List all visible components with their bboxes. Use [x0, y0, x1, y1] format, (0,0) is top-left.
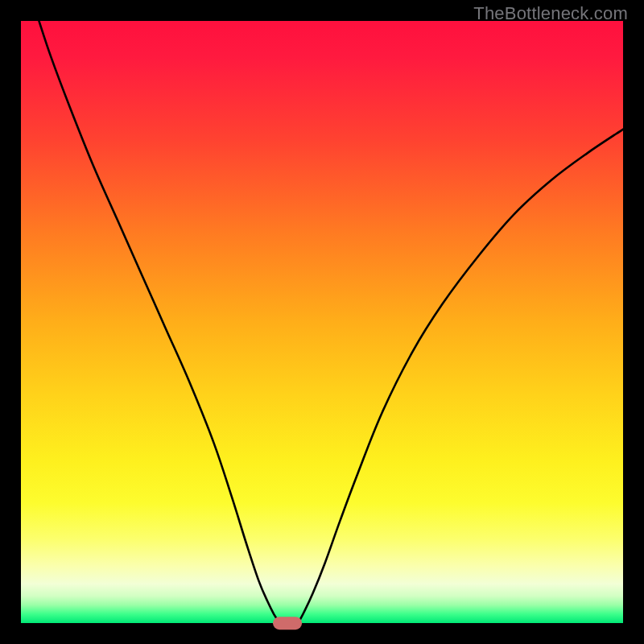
optimal-point-marker — [273, 617, 302, 630]
chart-frame: TheBottleneck.com — [0, 0, 644, 644]
curve-left-branch — [39, 21, 279, 621]
watermark-label: TheBottleneck.com — [473, 3, 628, 24]
plot-area — [21, 21, 623, 623]
bottleneck-curve — [21, 21, 623, 623]
curve-right-branch — [299, 130, 623, 621]
